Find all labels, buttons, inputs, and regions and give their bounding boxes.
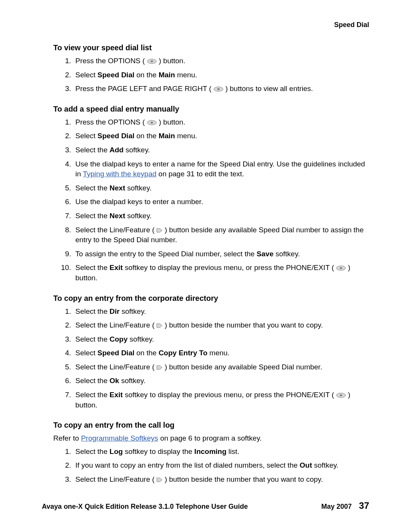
line-feature-icon (156, 365, 162, 370)
text: on page 31 to edit the text. (156, 170, 244, 178)
text: Press the OPTIONS ( (75, 118, 147, 126)
bold: Log (110, 447, 123, 455)
list-item: To assign the entry to the Speed Dial nu… (73, 249, 369, 259)
phone-exit-pill-icon (336, 265, 346, 271)
text: ) button beside any available Speed Dial… (165, 363, 322, 371)
options-pill-icon (147, 59, 157, 64)
list-item: Select the Log softkey to display the In… (73, 447, 369, 457)
footer-right: May 2007 37 (321, 500, 369, 511)
page-footer: Avaya one-X Quick Edition Release 3.1.0 … (42, 500, 369, 511)
text: Select the (75, 447, 110, 455)
list-item: Select the Line/Feature ( ) button besid… (73, 320, 369, 331)
text: menu. (175, 132, 197, 140)
section-heading-add-manually: To add a speed dial entry manually (53, 105, 369, 113)
list-item: Select the Exit softkey to display the p… (73, 390, 369, 410)
list-item: Select Speed Dial on the Main menu. (73, 70, 369, 80)
steps-add-manually: Press the OPTIONS ( ) button. Select Spe… (53, 117, 369, 283)
footer-date: May 2007 (321, 503, 352, 510)
text: Press the OPTIONS ( (75, 57, 147, 65)
text: Select the Line/Feature ( (75, 363, 156, 371)
text: ) button beside the number that you want… (165, 321, 323, 329)
list-item: Select the Ok softkey. (73, 376, 369, 386)
steps-copy-corporate: Select the Dir softkey. Select the Line/… (53, 307, 369, 411)
bold: Next (110, 184, 125, 192)
text: Select (75, 132, 97, 140)
list-item: Select the Next softkey. (73, 183, 369, 193)
page: Speed Dial To view your speed dial list … (0, 0, 411, 532)
svg-point-3 (217, 88, 220, 90)
list-item: Select the Line/Feature ( ) button besid… (73, 362, 369, 372)
text: Refer to (53, 434, 81, 442)
text: Select the (75, 391, 110, 399)
footer-doc-title: Avaya one-X Quick Edition Release 3.1.0 … (42, 503, 248, 511)
bold: Out (299, 461, 312, 469)
text: If you want to copy an entry from the li… (75, 461, 299, 469)
bold: Speed Dial (97, 132, 134, 140)
text: on the (134, 132, 158, 140)
line-feature-icon (156, 477, 162, 482)
text: on the (134, 71, 158, 79)
text: softkey. (119, 307, 146, 315)
phone-exit-pill-icon (336, 393, 346, 398)
list-item: Select the Add softkey. (73, 145, 369, 155)
list-item: Select Speed Dial on the Main menu. (73, 131, 369, 141)
text: Select the (75, 307, 110, 315)
bold: Speed Dial (97, 71, 134, 79)
section-heading-copy-corporate: To copy an entry from the corporate dire… (53, 294, 369, 303)
text: Use the dialpad keys to enter a number. (75, 198, 203, 206)
list-item: Select the Line/Feature ( ) button besid… (73, 474, 369, 485)
text: Select the (75, 212, 110, 220)
bold: Speed Dial (97, 349, 134, 357)
bold: Copy (110, 335, 128, 343)
bold: Dir (110, 307, 119, 315)
svg-point-7 (340, 267, 342, 269)
text: on the (134, 349, 158, 357)
bold: Next (110, 212, 125, 220)
list-item: Select the Line/Feature ( ) button besid… (73, 225, 369, 245)
bold: Save (256, 250, 273, 258)
list-item: Press the OPTIONS ( ) button. (73, 117, 369, 128)
list-item: Select the Exit softkey to display the p… (73, 263, 369, 283)
list-item: Use the dialpad keys to enter a number. (73, 197, 369, 207)
text: softkey. (125, 212, 151, 220)
text: softkey to display the previous menu, or… (123, 391, 336, 399)
steps-view-list: Press the OPTIONS ( ) button. Select Spe… (53, 56, 369, 94)
svg-point-9 (340, 395, 342, 396)
text: Press the PAGE LEFT and PAGE RIGHT ( (75, 85, 213, 93)
list-item: Select the Dir softkey. (73, 307, 369, 317)
bold: Exit (110, 391, 123, 399)
list-item: Select the Next softkey. (73, 211, 369, 221)
svg-point-1 (151, 61, 153, 62)
text: on page 6 to program a softkey. (158, 434, 262, 442)
list-item: Select Speed Dial on the Copy Entry To m… (73, 348, 369, 358)
list-item: Press the OPTIONS ( ) button. (73, 56, 369, 66)
text: list. (226, 447, 239, 455)
steps-copy-call-log: Select the Log softkey to display the In… (53, 447, 369, 485)
line-feature-icon (156, 323, 162, 328)
list-item: Press the PAGE LEFT and PAGE RIGHT ( ) b… (73, 84, 369, 94)
section-heading-view-list: To view your speed dial list (53, 43, 369, 52)
svg-point-5 (151, 122, 153, 123)
bold: Exit (110, 264, 123, 272)
text: Select (75, 71, 97, 79)
text: ) button beside the number that you want… (165, 475, 323, 483)
intro-paragraph: Refer to Programmable Softkeys on page 6… (53, 433, 369, 444)
header-section-label: Speed Dial (53, 21, 369, 29)
text: Select (75, 349, 97, 357)
link-typing-keypad[interactable]: Typing with the keypad (83, 170, 156, 178)
link-programmable-softkeys[interactable]: Programmable Softkeys (81, 434, 158, 442)
text: softkey. (124, 146, 150, 154)
text: softkey. (119, 377, 145, 385)
options-pill-icon (147, 120, 157, 125)
text: menu. (175, 71, 197, 79)
text: Select the (75, 184, 110, 192)
text: ) button. (159, 57, 185, 65)
bold: Incoming (194, 447, 226, 455)
text: Select the (75, 335, 110, 343)
text: softkey. (274, 250, 300, 258)
text: Select the (75, 264, 110, 272)
text: Select the Line/Feature ( (75, 226, 156, 234)
text: Select the Line/Feature ( (75, 321, 156, 329)
page-pill-icon (213, 86, 223, 92)
text: softkey. (312, 461, 338, 469)
